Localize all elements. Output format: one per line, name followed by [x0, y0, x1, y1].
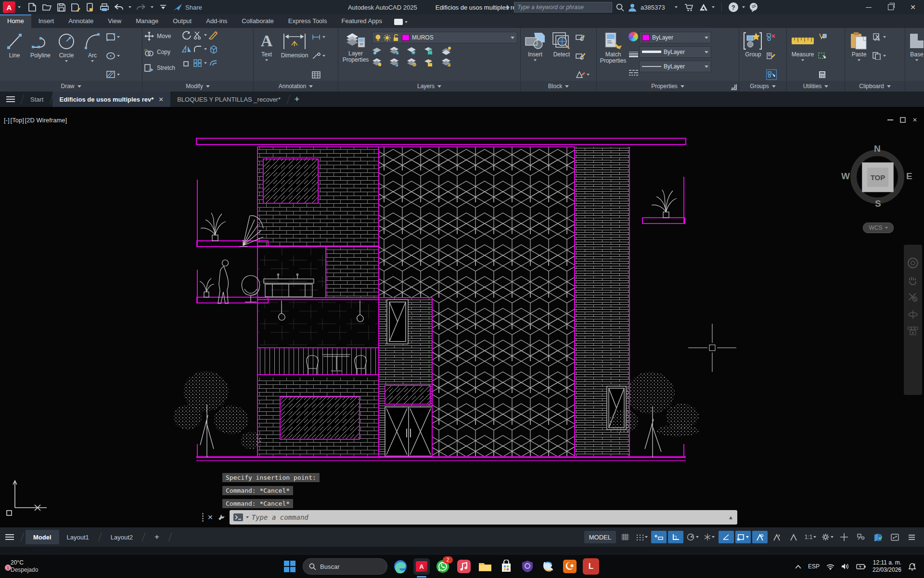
color-wheel-icon[interactable] — [629, 32, 638, 41]
panel-label-block[interactable]: Block — [521, 81, 596, 92]
shield-app-icon[interactable] — [519, 558, 536, 575]
viewcube-west[interactable]: W — [841, 171, 850, 182]
linetype-list-icon[interactable] — [629, 68, 638, 78]
viewcube-top-face[interactable]: TOP — [862, 162, 894, 192]
layer-match-icon[interactable] — [372, 58, 382, 67]
new-file-icon[interactable] — [27, 2, 37, 12]
search-expand-icon[interactable] — [506, 4, 510, 10]
app-menu-caret-icon[interactable] — [18, 6, 21, 8]
panel-label-layers[interactable]: Layers — [338, 81, 520, 92]
command-bar[interactable]: ✕ Type a command ▲ — [202, 509, 737, 525]
panel-label-clipboard[interactable]: Clipboard — [845, 81, 905, 92]
customization-menu-icon[interactable] — [904, 531, 919, 543]
taskbar-search[interactable]: Buscar — [303, 558, 387, 575]
username[interactable]: a385373 — [641, 4, 665, 11]
crunchyroll-icon[interactable] — [562, 558, 578, 575]
viewcube[interactable]: N W E S TOP — [846, 145, 909, 208]
restore-button[interactable] — [880, 0, 902, 14]
close-button[interactable]: ✕ — [902, 0, 924, 14]
create-block-icon[interactable] — [576, 32, 585, 42]
select-similar-icon[interactable] — [818, 51, 827, 61]
ungroup-icon[interactable] — [766, 32, 776, 42]
panel-label-view[interactable]: View — [905, 81, 924, 92]
tab-annotate[interactable]: Annotate — [61, 14, 101, 28]
model-space-button[interactable]: MODEL — [584, 531, 616, 543]
minimize-button[interactable] — [858, 0, 880, 14]
layer-select-combo[interactable]: MUROS — [372, 32, 517, 43]
osnap-caret-icon[interactable] — [746, 536, 749, 538]
block-attributes-icon[interactable] — [576, 70, 585, 79]
help-icon[interactable]: ? — [729, 2, 738, 12]
open-folder-icon[interactable] — [42, 2, 51, 12]
save-as-icon[interactable] — [71, 2, 80, 12]
redo-icon[interactable] — [136, 2, 146, 12]
tab-home[interactable]: Home — [0, 14, 31, 28]
viewport-view-control[interactable]: [Top] — [11, 117, 24, 124]
tab-manage[interactable]: Manage — [128, 14, 166, 28]
drawing-canvas[interactable]: [-][Top][2D Wireframe] ✕ N W E S TOP WCS — [0, 107, 924, 527]
viewport-visual-style-control[interactable]: [2D Wireframe] — [25, 117, 67, 124]
linear-dim-icon[interactable] — [311, 32, 321, 42]
paste-button[interactable]: Paste — [847, 30, 871, 61]
whatsapp-icon[interactable]: 2 — [435, 558, 451, 575]
offset-icon[interactable] — [208, 58, 218, 68]
command-close-icon[interactable]: ✕ — [207, 513, 213, 521]
tab-featured-apps[interactable]: Featured Apps — [334, 14, 389, 28]
pan-hand-icon[interactable] — [908, 276, 918, 285]
share-icon[interactable] — [173, 2, 182, 12]
copy-clip-caret-icon[interactable] — [883, 55, 886, 57]
polar-caret-icon[interactable] — [696, 536, 699, 538]
autoscale-toggle[interactable] — [769, 531, 784, 543]
layer-thaw-sun-icon[interactable] — [384, 34, 391, 41]
search-icon[interactable] — [616, 3, 624, 12]
search-input[interactable] — [514, 2, 612, 13]
tab-insert[interactable]: Insert — [31, 14, 62, 28]
user-menu-caret-icon[interactable] — [675, 6, 678, 8]
tab-model[interactable]: Model — [26, 530, 59, 544]
close-tab-icon[interactable]: ✕ — [158, 96, 164, 103]
volume-icon[interactable] — [841, 563, 849, 570]
rotate-icon[interactable] — [182, 30, 192, 40]
cart-icon[interactable] — [684, 3, 693, 12]
dimension-button[interactable]: Dimension — [279, 30, 310, 59]
layer-unlock2-icon[interactable] — [424, 58, 434, 67]
layout-menu-icon[interactable] — [0, 534, 19, 540]
dynamic-input-toggle[interactable] — [651, 531, 667, 543]
drawing-standards-button[interactable] — [870, 531, 886, 543]
arc-button[interactable]: Arc — [80, 30, 105, 62]
group-edit-icon[interactable] — [766, 51, 776, 61]
measure-button[interactable]: Measure — [789, 30, 817, 61]
scale-value-button[interactable]: 1:1 — [803, 531, 818, 543]
text-button[interactable]: A Text — [256, 30, 278, 61]
layer-combo-caret-icon[interactable] — [511, 37, 514, 39]
vp-close-icon[interactable]: ✕ — [912, 117, 917, 123]
weather-widget[interactable]: 1 20°C Despejado — [7, 559, 38, 574]
autodesk-menu-caret-icon[interactable] — [712, 6, 715, 8]
command-options-caret-icon[interactable] — [246, 516, 249, 518]
match-properties-button[interactable]: Match Properties — [599, 30, 628, 64]
osnap-tracking-toggle[interactable] — [719, 531, 734, 543]
autocad-logo-icon[interactable]: A — [3, 1, 15, 13]
cut-caret-icon[interactable] — [883, 36, 886, 38]
annotation-scale-icon[interactable] — [786, 531, 801, 543]
plot-print-icon[interactable] — [100, 2, 109, 12]
circle-button[interactable]: Circle — [54, 30, 79, 62]
layer-properties-button[interactable]: Layer Properties — [340, 30, 371, 63]
polyline-button[interactable]: Polyline — [28, 30, 53, 62]
workspace-gear-button[interactable] — [820, 531, 835, 543]
isodraft-caret-icon[interactable] — [712, 536, 715, 538]
cut-icon[interactable] — [872, 32, 882, 42]
group-selectable-icon[interactable] — [766, 69, 777, 80]
save-icon[interactable] — [56, 2, 66, 12]
command-input-field[interactable]: Type a command ▲ — [230, 510, 737, 525]
wcs-selector[interactable]: WCS — [863, 223, 894, 233]
layer-lock-icon[interactable] — [424, 46, 434, 55]
autocad-taskbar-icon[interactable]: A — [413, 558, 430, 575]
layer-prev-icon[interactable] — [389, 58, 399, 67]
polar-tracking-toggle[interactable] — [685, 531, 700, 543]
tab-layout2[interactable]: Layout2 — [103, 530, 141, 544]
battery-charging-icon[interactable] — [856, 564, 866, 570]
base-button[interactable]: Base — [907, 30, 924, 61]
help-caret-icon[interactable] — [742, 6, 745, 8]
l-app-icon[interactable]: L — [583, 558, 599, 575]
